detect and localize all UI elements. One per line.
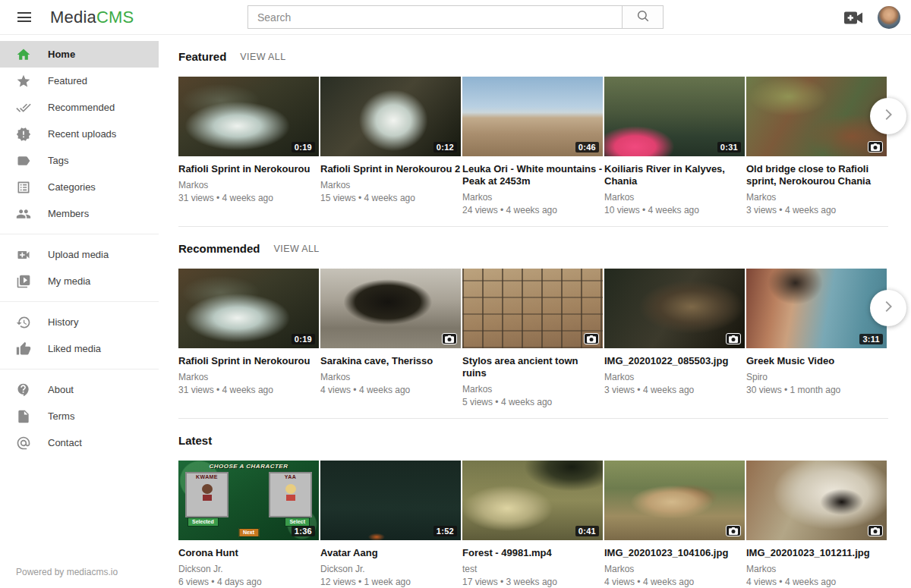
sidebar-item-label: Tags bbox=[48, 155, 68, 166]
media-card[interactable]: IMG_20201023_101211.jpg Markos 4 views •… bbox=[746, 461, 887, 587]
main-content: Featured VIEW ALL 0:19 Rafioli Sprint in… bbox=[159, 35, 911, 588]
media-title[interactable]: Rafioli Sprint in Nerokourou 2 bbox=[320, 163, 461, 175]
media-thumbnail[interactable]: 0:31 bbox=[604, 77, 745, 156]
section-latest: Latest CHOOSE A CHARACTER KWAME YAA Sele… bbox=[178, 419, 888, 588]
sidebar-item-history[interactable]: History bbox=[0, 309, 159, 335]
sidebar-item-recent-uploads[interactable]: Recent uploads bbox=[0, 121, 159, 147]
media-thumbnail[interactable]: 0:12 bbox=[320, 77, 461, 156]
media-card[interactable]: IMG_20201023_104106.jpg Markos 4 views •… bbox=[604, 461, 745, 587]
media-title[interactable]: Greek Music Video bbox=[746, 355, 887, 367]
sidebar-item-about[interactable]: About bbox=[0, 376, 159, 403]
media-thumbnail[interactable]: 0:46 bbox=[462, 77, 603, 156]
media-thumbnail[interactable]: CHOOSE A CHARACTER KWAME YAA Selected Ne… bbox=[178, 461, 319, 540]
media-thumbnail[interactable] bbox=[462, 269, 603, 348]
search-button[interactable] bbox=[622, 5, 664, 29]
media-title[interactable]: Sarakina cave, Therisso bbox=[320, 355, 461, 367]
media-thumbnail[interactable] bbox=[746, 461, 887, 540]
sidebar-item-liked-media[interactable]: Liked media bbox=[0, 335, 159, 362]
sidebar-item-home[interactable]: Home bbox=[0, 41, 159, 68]
media-author[interactable]: Markos bbox=[178, 180, 319, 190]
sidebar-item-label: About bbox=[48, 384, 74, 395]
media-author[interactable]: Dickson Jr. bbox=[320, 564, 461, 574]
sidebar-item-recommended[interactable]: Recommended bbox=[0, 94, 159, 121]
media-author[interactable]: Markos bbox=[178, 372, 319, 382]
media-thumbnail[interactable]: 0:41 bbox=[462, 461, 603, 540]
sidebar-item-my-media[interactable]: My media bbox=[0, 268, 159, 294]
media-thumbnail[interactable]: 1:52 bbox=[320, 461, 461, 540]
upload-media-icon bbox=[16, 247, 31, 263]
media-title[interactable]: Old bridge close to Rafioli sprint, Nero… bbox=[746, 163, 887, 187]
media-card[interactable]: 0:46 Leuka Ori - White mountains - Peak … bbox=[462, 77, 603, 215]
sidebar-item-terms[interactable]: Terms bbox=[0, 403, 159, 429]
media-title[interactable]: Koiliaris River in Kalyves, Chania bbox=[604, 163, 745, 187]
media-card[interactable]: 1:52 Avatar Aang Dickson Jr. 12 views • … bbox=[320, 461, 461, 587]
media-title[interactable]: Corona Hunt bbox=[178, 547, 319, 559]
media-thumbnail[interactable]: 0:19 bbox=[178, 269, 319, 348]
sidebar-divider bbox=[0, 369, 159, 369]
media-author[interactable]: Markos bbox=[462, 384, 603, 395]
sidebar-item-upload-media[interactable]: Upload media bbox=[0, 241, 159, 268]
media-meta: 24 views • 4 weeks ago bbox=[462, 205, 603, 215]
carousel-next-button[interactable] bbox=[870, 98, 906, 134]
media-author[interactable]: Markos bbox=[462, 192, 603, 203]
section-featured: Featured VIEW ALL 0:19 Rafioli Sprint in… bbox=[178, 50, 888, 227]
sidebar-item-contact[interactable]: Contact bbox=[0, 429, 159, 456]
media-card[interactable]: 0:19 Rafioli Sprint in Nerokourou Markos… bbox=[178, 77, 319, 215]
media-author[interactable]: Markos bbox=[320, 180, 461, 190]
media-card[interactable]: 0:19 Rafioli Sprint in Nerokourou Markos… bbox=[178, 269, 319, 407]
media-title[interactable]: IMG_20201023_104106.jpg bbox=[604, 547, 745, 559]
view-all-link[interactable]: VIEW ALL bbox=[274, 244, 320, 254]
carousel-next-button[interactable] bbox=[870, 290, 906, 326]
media-card[interactable]: 0:31 Koiliaris River in Kalyves, Chania … bbox=[604, 77, 745, 215]
card-row: 0:19 Rafioli Sprint in Nerokourou Markos… bbox=[178, 269, 888, 407]
terms-icon bbox=[16, 409, 31, 424]
media-title[interactable]: IMG_20201022_085503.jpg bbox=[604, 355, 745, 367]
media-thumbnail[interactable] bbox=[746, 77, 887, 156]
media-title[interactable]: Forest - 49981.mp4 bbox=[462, 547, 603, 559]
media-thumbnail[interactable] bbox=[320, 269, 461, 348]
sidebar-item-featured[interactable]: Featured bbox=[0, 68, 159, 94]
media-card[interactable]: IMG_20201022_085503.jpg Markos 3 views •… bbox=[604, 269, 745, 407]
photo-badge bbox=[726, 333, 741, 344]
media-title[interactable]: Rafioli Sprint in Nerokourou bbox=[178, 355, 319, 367]
search-input[interactable] bbox=[247, 5, 622, 29]
media-title[interactable]: Rafioli Sprint in Nerokourou bbox=[178, 163, 319, 175]
user-avatar[interactable] bbox=[878, 6, 900, 29]
game-next-button: Next bbox=[238, 528, 259, 537]
sidebar-item-tags[interactable]: Tags bbox=[0, 147, 159, 174]
media-author[interactable]: Dickson Jr. bbox=[178, 564, 319, 574]
sidebar-item-categories[interactable]: Categories bbox=[0, 174, 159, 200]
media-author[interactable]: test bbox=[462, 564, 603, 574]
sidebar-item-members[interactable]: Members bbox=[0, 200, 159, 227]
media-card[interactable]: Sarakina cave, Therisso Markos 4 views •… bbox=[320, 269, 461, 407]
media-card[interactable]: 0:41 Forest - 49981.mp4 test 17 views • … bbox=[462, 461, 603, 587]
media-author[interactable]: Markos bbox=[746, 564, 887, 574]
star-icon bbox=[16, 74, 31, 89]
new-releases-icon bbox=[16, 127, 31, 142]
media-author[interactable]: Markos bbox=[604, 372, 745, 382]
upload-media-icon[interactable] bbox=[844, 11, 862, 24]
media-meta: 17 views • 3 weeks ago bbox=[462, 577, 603, 587]
media-author[interactable]: Spiro bbox=[746, 372, 887, 382]
media-card[interactable]: 3:11 Greek Music Video Spiro 30 views • … bbox=[746, 269, 887, 407]
view-all-link[interactable]: VIEW ALL bbox=[240, 52, 285, 62]
media-title[interactable]: IMG_20201023_101211.jpg bbox=[746, 547, 887, 559]
media-thumbnail[interactable]: 3:11 bbox=[746, 269, 887, 348]
media-author[interactable]: Markos bbox=[604, 564, 745, 574]
media-card[interactable]: CHOOSE A CHARACTER KWAME YAA Selected Ne… bbox=[178, 461, 319, 587]
media-title[interactable]: Leuka Ori - White mountains - Peak at 24… bbox=[462, 163, 603, 187]
app-logo[interactable]: MediaCMS bbox=[50, 8, 134, 27]
media-author[interactable]: Markos bbox=[320, 372, 461, 382]
media-card[interactable]: Stylos area ancient town ruins Markos 5 … bbox=[462, 269, 603, 407]
menu-icon[interactable] bbox=[9, 5, 39, 30]
media-card[interactable]: 0:12 Rafioli Sprint in Nerokourou 2 Mark… bbox=[320, 77, 461, 215]
media-card[interactable]: Old bridge close to Rafioli sprint, Nero… bbox=[746, 77, 887, 215]
media-thumbnail[interactable]: 0:19 bbox=[178, 77, 319, 156]
media-thumbnail[interactable] bbox=[604, 461, 745, 540]
media-title[interactable]: Stylos area ancient town ruins bbox=[462, 355, 603, 379]
media-author[interactable]: Markos bbox=[604, 192, 745, 203]
media-title[interactable]: Avatar Aang bbox=[320, 547, 461, 559]
media-thumbnail[interactable] bbox=[604, 269, 745, 348]
photo-badge bbox=[868, 141, 883, 153]
media-author[interactable]: Markos bbox=[746, 192, 887, 203]
